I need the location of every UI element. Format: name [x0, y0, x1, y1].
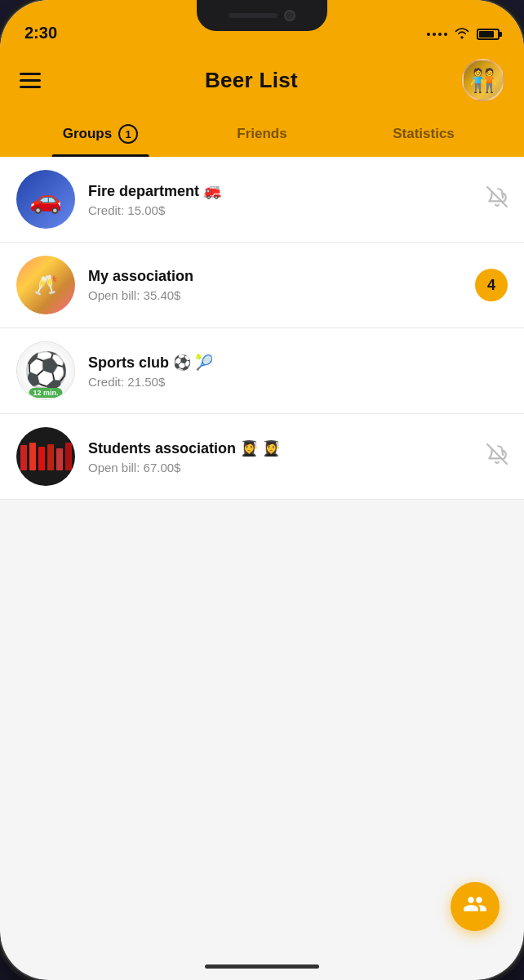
phone-frame: 2:30	[0, 0, 524, 980]
group-sub-my-association: Open bill: 35.40$	[88, 288, 462, 302]
phone-inner: 2:30	[0, 0, 524, 980]
content-area: 🚗 Fire department 🚒 Credit: 15.00$	[0, 157, 524, 500]
group-name-my-association: My association	[88, 268, 462, 285]
bell-off-icon-2	[486, 447, 508, 469]
books-icon	[16, 436, 75, 477]
tab-groups[interactable]: Groups 1	[20, 114, 181, 157]
wifi-icon	[454, 26, 470, 42]
group-avatar-fire-department: 🚗	[16, 170, 75, 229]
status-icons	[427, 26, 500, 42]
groups-list: 🚗 Fire department 🚒 Credit: 15.00$	[0, 157, 524, 500]
svg-line-0	[487, 187, 507, 207]
hamburger-menu[interactable]	[20, 73, 41, 88]
notification-badge: 4	[475, 269, 508, 301]
header: Beer List 🧑‍🤝‍🧑 Groups 1 Friends Statist…	[0, 49, 524, 157]
group-sub-sports-club: Credit: 21.50$	[88, 375, 495, 389]
list-item[interactable]: ⚽ 12 min. Sports club ⚽ 🎾 Credit: 21.50$	[0, 328, 524, 414]
tab-groups-label: Groups	[63, 126, 112, 142]
group-action-my-association[interactable]: 4	[475, 269, 508, 301]
group-info-students-association: Students association 👩‍🎓 👩‍🎓 Open bill: …	[88, 439, 473, 474]
group-sub-students-association: Open bill: 67.00$	[88, 461, 473, 474]
add-person-icon	[463, 892, 487, 922]
group-name-fire-department: Fire department 🚒	[88, 182, 473, 200]
notch	[197, 0, 327, 31]
tab-groups-badge: 1	[118, 124, 138, 144]
header-top: Beer List 🧑‍🤝‍🧑	[20, 59, 504, 101]
list-item[interactable]: Students association 👩‍🎓 👩‍🎓 Open bill: …	[0, 414, 524, 500]
tab-statistics-label: Statistics	[393, 126, 455, 142]
add-group-button[interactable]	[451, 882, 500, 931]
user-avatar[interactable]: 🧑‍🤝‍🧑	[462, 59, 504, 101]
group-name-sports-club: Sports club ⚽ 🎾	[88, 354, 495, 372]
bell-off-icon	[486, 189, 508, 212]
tab-bar: Groups 1 Friends Statistics	[20, 114, 504, 157]
notch-camera	[284, 10, 295, 21]
group-sub-fire-department: Credit: 15.00$	[88, 203, 473, 217]
battery-icon	[477, 29, 500, 40]
group-avatar-my-association: 🥂	[16, 256, 75, 314]
group-name-students-association: Students association 👩‍🎓 👩‍🎓	[88, 439, 473, 457]
svg-line-1	[487, 444, 507, 464]
tab-statistics[interactable]: Statistics	[343, 116, 504, 155]
fab-container	[451, 882, 500, 931]
group-action-students-association[interactable]	[486, 443, 508, 470]
tab-friends[interactable]: Friends	[181, 116, 343, 155]
group-info-my-association: My association Open bill: 35.40$	[88, 268, 462, 302]
tab-friends-label: Friends	[237, 126, 286, 142]
group-action-fire-department[interactable]	[486, 186, 508, 212]
group-avatar-students-association	[16, 427, 75, 486]
group-avatar-sports-club: ⚽ 12 min.	[16, 341, 75, 400]
avatar-image: 🧑‍🤝‍🧑	[464, 60, 503, 100]
group-info-sports-club: Sports club ⚽ 🎾 Credit: 21.50$	[88, 354, 495, 389]
page-title: Beer List	[205, 68, 298, 93]
group-info-fire-department: Fire department 🚒 Credit: 15.00$	[88, 182, 473, 217]
status-time: 2:30	[24, 24, 57, 42]
notch-speaker	[229, 13, 278, 18]
list-item[interactable]: 🚗 Fire department 🚒 Credit: 15.00$	[0, 157, 524, 243]
signal-icon	[427, 33, 447, 36]
list-item[interactable]: 🥂 My association Open bill: 35.40$ 4	[0, 243, 524, 328]
timer-label: 12 min.	[29, 388, 62, 398]
home-indicator	[205, 964, 319, 969]
